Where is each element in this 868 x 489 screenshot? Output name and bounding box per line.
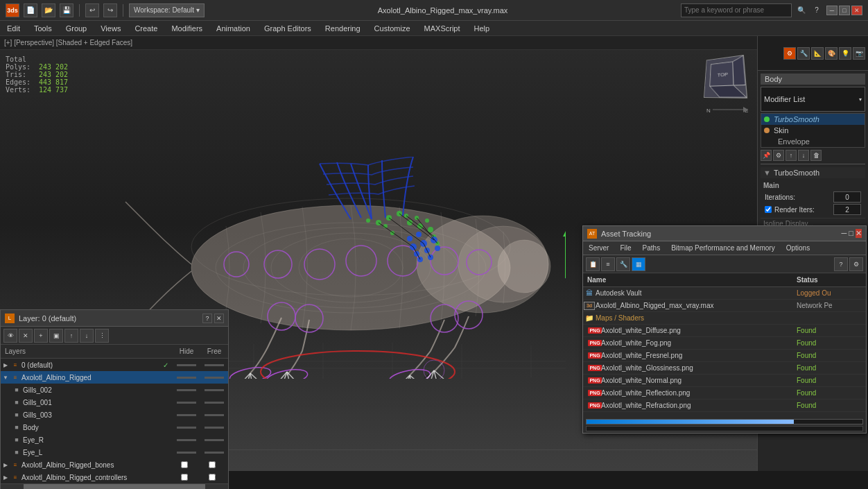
help-icon[interactable]: ? (811, 5, 822, 16)
asset-row-maxfile[interactable]: 3d Axolotl_Albino_Rigged_max_vray.max Ne… (583, 300, 866, 312)
layer-hide-eye-l[interactable] (173, 452, 200, 454)
layers-tb-down[interactable]: ↓ (80, 329, 94, 343)
layers-scrollbar[interactable] (1, 483, 228, 489)
menu-graph-editors[interactable]: Graph Editors (257, 21, 318, 36)
layer-row-gills002[interactable]: ■ Gills_002 (1, 384, 228, 396)
modifier-item-envelope[interactable]: Envelope (775, 136, 865, 147)
scrollbar-track[interactable] (1, 484, 228, 489)
layer-free-axolotl[interactable] (200, 377, 228, 379)
menu-rendering[interactable]: Rendering (318, 21, 367, 36)
menu-group[interactable]: Group (59, 21, 94, 36)
layers-tb-sel[interactable]: ▣ (49, 329, 63, 343)
menu-edit[interactable]: Edit (0, 21, 27, 36)
viewcube-box[interactable]: TOP (704, 55, 747, 98)
render-iters-input[interactable] (833, 204, 861, 215)
asset-minimize[interactable]: ─ (842, 229, 847, 238)
asset-row-fog[interactable]: PNG Axolotl_white_Fog.png Found (583, 337, 866, 350)
layer-row-controllers[interactable]: ▶ ≡ Axolotl_Albino_Rigged_controllers (1, 471, 228, 483)
minimize-button[interactable]: ─ (826, 6, 837, 15)
layer-free-gills003[interactable] (200, 414, 228, 416)
layers-tb-view[interactable]: 👁 (3, 329, 17, 343)
menu-tools[interactable]: Tools (27, 21, 59, 36)
asset-row-reflection[interactable]: PNG Axolotl_white_Reflection.png Found (583, 387, 866, 400)
asset-row-glossiness[interactable]: PNG Axolotl_white_Glossiness.png Found (583, 362, 866, 375)
viewcube[interactable]: TOP N E (703, 55, 752, 104)
expand-axolotl[interactable]: ▼ (1, 371, 10, 384)
layer-hide-controllers[interactable] (173, 474, 200, 481)
iterations-input[interactable] (833, 191, 861, 203)
layer-free-body[interactable] (200, 427, 228, 429)
asset-row-refraction[interactable]: PNG Axolotl_white_Refraction.png Found (583, 400, 866, 412)
asset-row-diffuse[interactable]: PNG Axolotl_white_Diffuse.png Found (583, 325, 866, 337)
maximize-button[interactable]: □ (839, 6, 850, 15)
layer-free-default[interactable] (200, 364, 228, 366)
layer-free-controllers[interactable] (200, 474, 228, 481)
layer-row-gills001[interactable]: ■ Gills_001 (1, 396, 228, 409)
layer-free-gills001[interactable] (200, 402, 228, 404)
modifier-item-skin[interactable]: Skin (761, 125, 865, 136)
rp-icon-1[interactable]: ⚙ (783, 47, 796, 60)
trash-icon[interactable]: 🗑 (810, 150, 822, 161)
search-icon[interactable]: 🔍 (796, 5, 807, 16)
asset-menu-file[interactable]: File (614, 241, 636, 255)
layers-help[interactable]: ? (202, 314, 212, 323)
asset-menu-paths[interactable]: Paths (637, 241, 666, 255)
layer-hide-gills002[interactable] (173, 389, 200, 391)
menu-customize[interactable]: Customize (367, 21, 417, 36)
expand-bones[interactable]: ▶ (1, 458, 10, 471)
menu-animation[interactable]: Animation (209, 21, 257, 36)
menu-modifiers[interactable]: Modifiers (164, 21, 209, 36)
modifier-list-dropdown[interactable]: Modifier List ▾ (761, 87, 865, 112)
rp-icon-6[interactable]: 📷 (853, 47, 865, 60)
layers-tb-up[interactable]: ↑ (64, 329, 78, 343)
layer-hide-default[interactable] (173, 364, 200, 366)
layer-hide-bones[interactable] (173, 461, 200, 468)
redo-icon[interactable]: ↪ (103, 3, 117, 17)
asset-tb-1[interactable]: 📋 (586, 257, 600, 271)
rp-icon-4[interactable]: 🎨 (825, 47, 837, 60)
layer-free-bones[interactable] (200, 461, 228, 468)
asset-tb-2[interactable]: ≡ (601, 257, 615, 271)
menu-create[interactable]: Create (128, 21, 164, 36)
layer-row-eye-r[interactable]: ■ Eye_R (1, 434, 228, 446)
scrollbar-thumb[interactable] (24, 484, 205, 489)
modifier-item-turbosmooth[interactable]: TurboSmooth (761, 114, 865, 125)
close-button[interactable]: ✕ (851, 6, 862, 15)
pin-icon[interactable]: 📌 (761, 150, 772, 161)
layer-hide-eye-r[interactable] (173, 439, 200, 441)
asset-row-normal[interactable]: PNG Axolotl_white_Normal.png Found (583, 375, 866, 387)
asset-maximize[interactable]: □ (849, 229, 853, 238)
layers-tb-delete[interactable]: ✕ (19, 329, 33, 343)
move-down-icon[interactable]: ↓ (798, 150, 809, 161)
menu-views[interactable]: Views (94, 21, 128, 36)
asset-tb-4[interactable]: ▦ (632, 257, 645, 271)
open-file-icon[interactable]: 📂 (42, 3, 55, 17)
layer-free-gills002[interactable] (200, 389, 228, 391)
layer-row-axolotl[interactable]: ▼ ≡ Axolotl_Albino_Rigged (1, 371, 228, 384)
layers-close[interactable]: ✕ (214, 314, 224, 323)
asset-menu-server[interactable]: Server (583, 241, 614, 255)
asset-close[interactable]: ✕ (856, 229, 862, 238)
layer-hide-gills003[interactable] (173, 414, 200, 416)
layer-hide-body[interactable] (173, 427, 200, 429)
layer-row-eye-l[interactable]: ■ Eye_L (1, 446, 228, 458)
layer-free-eye-l[interactable] (200, 452, 228, 454)
layer-row-gills003[interactable]: ■ Gills_003 (1, 409, 228, 421)
layer-row-default[interactable]: ▶ ≡ 0 (default) ✓ (1, 359, 228, 371)
layer-free-eye-r[interactable] (200, 439, 228, 441)
expand-controllers[interactable]: ▶ (1, 471, 10, 483)
layer-hide-gills001[interactable] (173, 402, 200, 404)
new-file-icon[interactable]: 📄 (24, 3, 37, 17)
config-icon[interactable]: ⚙ (773, 150, 784, 161)
expand-default[interactable]: ▶ (1, 359, 10, 371)
asset-row-vault[interactable]: 🏛 Autodesk Vault Logged Ou (583, 287, 866, 300)
asset-row-fresnel[interactable]: PNG Axolotl_white_Fresnel.png Found (583, 350, 866, 362)
save-file-icon[interactable]: 💾 (60, 3, 73, 17)
layer-hide-axolotl[interactable] (173, 377, 200, 379)
menu-maxscript[interactable]: MAXScript (417, 21, 467, 36)
menu-help[interactable]: Help (467, 21, 497, 36)
layer-row-body[interactable]: ■ Body (1, 421, 228, 434)
asset-config-icon[interactable]: ⚙ (849, 257, 863, 271)
asset-tb-3[interactable]: 🔧 (616, 257, 630, 271)
rp-icon-3[interactable]: 📐 (811, 47, 824, 60)
